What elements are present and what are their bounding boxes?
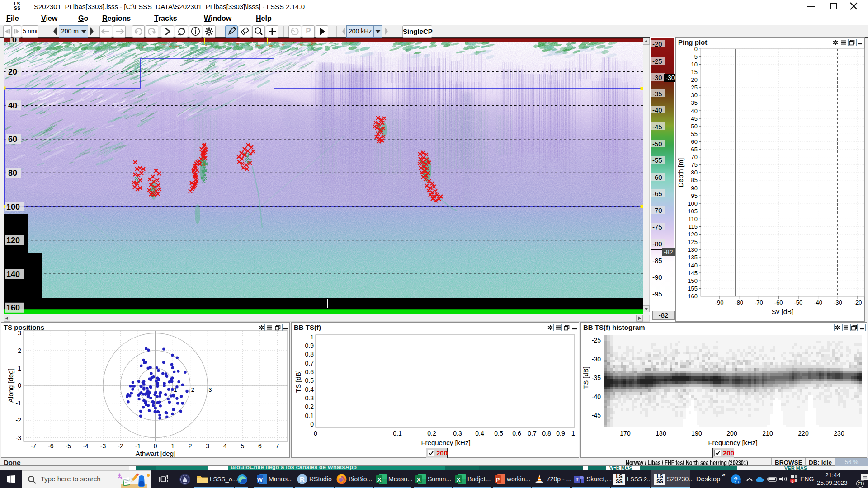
svg-text:65: 65 (691, 146, 698, 153)
svg-text:125: 125 (688, 239, 698, 245)
svg-text:1: 1 (171, 442, 175, 450)
svg-text:-7: -7 (31, 442, 37, 450)
svg-text:P: P (496, 476, 500, 483)
svg-text:5: 5 (694, 53, 698, 60)
svg-text:-40: -40 (814, 299, 822, 306)
svg-text:150: 150 (688, 277, 698, 284)
svg-text:W: W (257, 476, 263, 483)
svg-text:100: 100 (688, 200, 698, 207)
svg-text:X: X (457, 476, 461, 483)
svg-text:70: 70 (691, 154, 698, 160)
svg-text:100: 100 (6, 202, 20, 211)
svg-text:170: 170 (620, 430, 631, 437)
svg-text:-60: -60 (774, 299, 783, 306)
svg-text:-90: -90 (715, 299, 724, 306)
svg-text:95: 95 (691, 192, 698, 199)
svg-text:135: 135 (688, 254, 698, 261)
svg-text:15: 15 (691, 69, 698, 75)
svg-text:0.5: 0.5 (305, 377, 314, 384)
svg-text:0.8: 0.8 (305, 351, 314, 358)
svg-text:180: 180 (656, 430, 666, 437)
svg-text:0.8: 0.8 (542, 430, 551, 437)
svg-text:120: 120 (6, 236, 20, 245)
svg-text:3: 3 (208, 386, 212, 393)
svg-text:0.2: 0.2 (305, 403, 314, 410)
svg-text:4: 4 (223, 442, 227, 450)
svg-text:105: 105 (688, 208, 698, 215)
svg-text:3: 3 (18, 329, 21, 337)
svg-text:140: 140 (688, 262, 698, 269)
svg-text:2: 2 (191, 386, 194, 393)
svg-text:190: 190 (691, 430, 702, 437)
svg-text:Frequency [kHz]: Frequency [kHz] (421, 439, 470, 446)
svg-text:-4: -4 (83, 442, 89, 450)
svg-text:-35: -35 (592, 374, 601, 381)
svg-text:X: X (377, 476, 382, 483)
svg-text:X: X (417, 476, 421, 483)
svg-text:-3: -3 (16, 434, 22, 441)
svg-text:0.4: 0.4 (305, 386, 314, 393)
svg-text:80: 80 (691, 169, 698, 176)
svg-text:0.1: 0.1 (393, 430, 402, 437)
svg-text:-40: -40 (592, 393, 601, 400)
svg-text:45: 45 (691, 115, 698, 122)
svg-text:0.7: 0.7 (305, 360, 314, 367)
svg-text:2: 2 (18, 347, 21, 354)
svg-text:10: 10 (691, 61, 698, 68)
svg-text:85: 85 (691, 177, 698, 183)
svg-text:0: 0 (154, 442, 157, 450)
svg-text:-5: -5 (66, 442, 71, 450)
svg-text:230: 230 (834, 430, 844, 437)
svg-text:Frequency [kHz]: Frequency [kHz] (708, 439, 757, 446)
svg-text:30: 30 (691, 92, 698, 99)
svg-text:-3: -3 (100, 442, 106, 450)
svg-text:55: 55 (691, 131, 698, 137)
svg-text:Sv [dB]: Sv [dB] (772, 308, 793, 315)
svg-text:160: 160 (688, 293, 698, 300)
svg-text:R: R (300, 475, 305, 483)
svg-text:5: 5 (241, 442, 245, 450)
svg-text:0: 0 (18, 382, 21, 389)
svg-text:120: 120 (688, 231, 698, 238)
svg-text:-1: -1 (135, 442, 141, 450)
svg-text:-70: -70 (755, 299, 763, 306)
svg-text:-50: -50 (794, 299, 803, 306)
svg-text:110: 110 (688, 216, 698, 222)
svg-text:-2: -2 (118, 442, 123, 450)
svg-text:3: 3 (206, 442, 209, 450)
svg-text:60: 60 (8, 135, 17, 144)
svg-text:0: 0 (314, 430, 317, 437)
svg-text:-1: -1 (16, 399, 22, 407)
svg-text:200: 200 (726, 430, 737, 437)
svg-text:6: 6 (791, 479, 793, 483)
svg-text:Depth [m]: Depth [m] (677, 158, 684, 187)
svg-text:T: T (576, 477, 579, 482)
svg-text:TS [dB]: TS [dB] (294, 370, 302, 393)
svg-text:20: 20 (691, 76, 698, 83)
svg-text:-30: -30 (592, 356, 601, 363)
svg-text:0.6: 0.6 (305, 368, 314, 375)
svg-text:0.7: 0.7 (528, 430, 537, 437)
svg-text:2: 2 (189, 442, 192, 450)
svg-text:0.5: 0.5 (494, 430, 503, 437)
svg-text:80: 80 (8, 169, 17, 178)
svg-text:0.2: 0.2 (427, 430, 436, 437)
svg-text:210: 210 (762, 430, 773, 437)
svg-text:155: 155 (688, 285, 698, 292)
svg-text:160: 160 (6, 303, 20, 312)
svg-text:50: 50 (691, 123, 698, 130)
svg-text:140: 140 (6, 270, 20, 279)
svg-text:90: 90 (691, 185, 698, 192)
svg-text:0.9: 0.9 (305, 342, 314, 349)
svg-text:115: 115 (688, 223, 698, 230)
svg-text:Athwart [deg]: Athwart [deg] (136, 450, 175, 457)
svg-text:-6: -6 (48, 442, 54, 450)
svg-text:0.3: 0.3 (305, 394, 314, 402)
svg-text:-30: -30 (834, 299, 842, 306)
svg-text:-45: -45 (592, 412, 601, 419)
svg-text:i: i (738, 480, 739, 484)
svg-text:Along [deg]: Along [deg] (7, 368, 14, 403)
svg-text:35: 35 (691, 99, 698, 106)
svg-text:40: 40 (691, 108, 698, 114)
svg-text:1: 1 (18, 365, 21, 372)
